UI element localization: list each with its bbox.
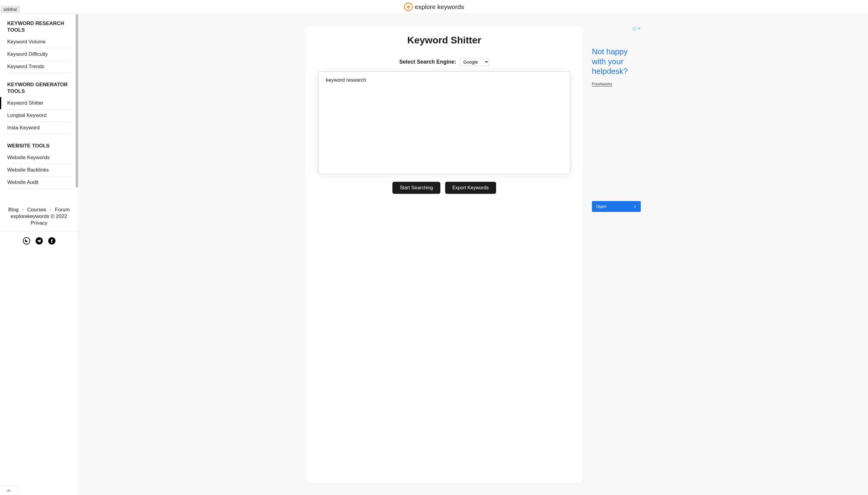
footer-link-forum[interactable]: Forum [55,207,70,213]
search-engine-select[interactable]: Google [460,58,489,66]
header: sidebar explore keywords [0,0,868,14]
chevron-up-icon [6,488,11,493]
search-engine-label: Select Search Engine: [399,59,456,65]
chevron-up-button[interactable] [0,486,17,495]
ad-open-button[interactable]: Open [592,201,641,212]
whatsapp-icon[interactable] [23,237,30,244]
nav-section-generator: KEYWORD GENERATOR TOOLS [7,81,71,95]
keyword-textarea[interactable] [318,71,570,174]
nav-item-longtail-keyword[interactable]: Longtail Keyword [7,109,71,122]
logo-text: explore keywords [415,3,464,11]
sidebar-scrollbar[interactable] [76,14,78,188]
nav-item-keyword-shitter[interactable]: Keyword Shitter [7,97,71,109]
footer-copyright: explorekeywords © 2022 [7,214,71,220]
page-title: Keyword Shitter [318,35,570,46]
nav-item-keyword-trends[interactable]: Keyword Trends [7,61,71,73]
sidebar-toggle-button[interactable]: sidebar [1,6,20,13]
content-card: Keyword Shitter Select Search Engine: Go… [306,26,583,483]
nav-item-keyword-volume[interactable]: Keyword Volume [7,36,71,48]
facebook-icon[interactable] [48,237,55,244]
ad-close-icon[interactable]: ✕ [638,26,641,32]
export-keywords-button[interactable]: Export Keywords [445,182,496,194]
logo-icon [404,2,413,12]
sidebar-footer: Blog · Courses · Forum explorekeywords ©… [7,207,71,244]
telegram-icon[interactable] [36,237,43,244]
footer-link-privacy[interactable]: Privacy [7,220,71,226]
content-area: Keyword Shitter Select Search Engine: Go… [79,14,868,495]
nav-section-research: KEYWORD RESEARCH TOOLS [7,20,71,33]
ad-info-icon[interactable]: ⓘ [632,26,636,32]
nav-item-website-audit[interactable]: Website Audit [7,176,71,189]
ad-container: ⓘ ✕ Not happy with your helpdesk? Freshw… [592,26,641,483]
logo[interactable]: explore keywords [404,2,464,12]
nav-item-website-keywords[interactable]: Website Keywords [7,152,71,164]
ad-brand[interactable]: Freshworks [592,82,612,86]
sidebar: KEYWORD RESEARCH TOOLS Keyword Volume Ke… [0,14,79,495]
nav-item-keyword-difficulty[interactable]: Keyword Difficulty [7,48,71,61]
footer-link-blog[interactable]: Blog [8,207,19,213]
chevron-right-icon [633,204,637,209]
start-searching-button[interactable]: Start Searching [393,182,440,194]
nav-item-website-backlinks[interactable]: Website Backlinks [7,164,71,176]
ad-headline[interactable]: Not happy with your helpdesk? [592,47,641,76]
ad-open-label: Open [596,204,606,209]
footer-link-courses[interactable]: Courses [27,207,46,213]
nav-item-insta-keyword[interactable]: Insta Keyword [7,122,71,134]
nav-section-website: WEBSITE TOOLS [7,142,71,149]
